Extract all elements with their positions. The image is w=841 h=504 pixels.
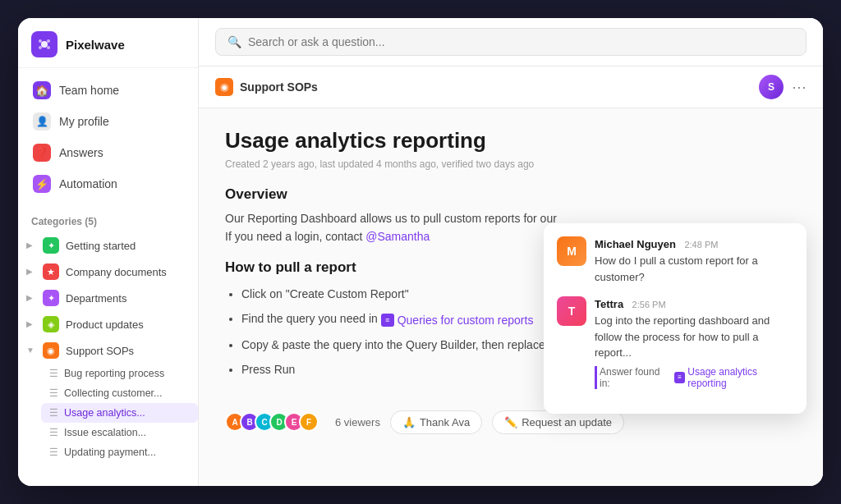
overview-heading: Overview — [225, 186, 797, 203]
tettra-avatar-letter: T — [568, 305, 576, 318]
chevron-icon: ▶ — [26, 293, 36, 303]
sidebar: Pixelwave 🏠 Team home 👤 My profile ❓ Ans… — [18, 18, 199, 486]
subcategory-usage-analytics[interactable]: ☰ Usage analytics... — [41, 403, 198, 423]
app-name: Pixelwave — [66, 38, 125, 52]
thank-button[interactable]: 🙏 Thank Ava — [390, 410, 482, 434]
sidebar-item-team-home[interactable]: 🏠 Team home — [25, 75, 191, 106]
michael-avatar: M — [557, 236, 586, 266]
doc-icon: ☰ — [49, 447, 58, 458]
doc-icon: ☰ — [49, 427, 58, 438]
search-input[interactable] — [248, 35, 794, 48]
sidebar-item-automation[interactable]: ⚡ Automation — [25, 168, 191, 199]
answer-found-label: Answer found in: — [600, 366, 669, 389]
viewer-avatar-6: F — [299, 412, 319, 432]
categories-header: Categories (5) — [18, 206, 198, 232]
svg-point-1 — [39, 39, 42, 43]
more-options-button[interactable]: ⋯ — [792, 78, 807, 96]
chat-content-1: Michael Nguyen 2:48 PM How do I pull a c… — [595, 236, 793, 285]
main-content: 🔍 ◉ Support SOPs S ⋯ Usage analytics rep… — [199, 18, 823, 486]
category-company-docs[interactable]: ▶ ★ Company documents — [18, 259, 198, 285]
search-bar[interactable]: 🔍 — [215, 28, 807, 56]
sidebar-logo: Pixelwave — [18, 18, 198, 68]
nav-label-answers: Answers — [59, 146, 103, 159]
sub-label-bug-reporting: Bug reporting process — [64, 368, 164, 379]
nav-label-automation: Automation — [59, 177, 117, 190]
tettra-time: 2:56 PM — [632, 300, 666, 309]
sub-label-usage-analytics: Usage analytics... — [64, 407, 145, 419]
home-icon: 🏠 — [33, 81, 51, 99]
cat-icon-getting-started: ✦ — [43, 237, 59, 254]
tettra-avatar: T — [557, 296, 586, 326]
svg-point-0 — [41, 41, 48, 48]
chat-message-1: M Michael Nguyen 2:48 PM How do I pull a… — [557, 236, 793, 285]
sub-label-collecting-customer: Collecting customer... — [64, 387, 163, 399]
categories-list: ▶ ✦ Getting started ▶ ★ Company document… — [18, 232, 198, 462]
sidebar-nav: 🏠 Team home 👤 My profile ❓ Answers ⚡ Aut… — [18, 68, 198, 206]
answer-link[interactable]: ≡ Usage analytics reporting — [674, 366, 793, 389]
michael-text: How do I pull a custom report for a cust… — [595, 253, 793, 285]
subcategory-list: ☰ Bug reporting process ☰ Collecting cus… — [18, 364, 198, 462]
category-product-updates[interactable]: ▶ ◈ Product updates — [18, 311, 198, 337]
subcategory-issue-escalation[interactable]: ☰ Issue escalation... — [41, 423, 198, 442]
profile-icon: 👤 — [33, 112, 51, 131]
cat-icon-support-sops: ◉ — [43, 342, 59, 359]
viewer-count: 6 viewers — [335, 416, 380, 428]
michael-avatar-letter: M — [567, 245, 577, 258]
cat-icon-company-docs: ★ — [43, 263, 59, 280]
category-departments[interactable]: ▶ ✦ Departments — [18, 285, 198, 311]
category-support-sops[interactable]: ▼ ◉ Support SOPs — [18, 337, 198, 364]
article-title: Usage analytics reporting — [225, 128, 797, 153]
user-avatar: S — [759, 75, 784, 99]
breadcrumb-bar: ◉ Support SOPs S ⋯ — [199, 66, 823, 108]
nav-label-my-profile: My profile — [59, 115, 109, 128]
svg-point-4 — [47, 46, 50, 49]
automation-icon: ⚡ — [33, 175, 51, 193]
chevron-icon: ▶ — [26, 267, 36, 277]
cat-label-support-sops: Support SOPs — [66, 345, 134, 357]
cat-label-getting-started: Getting started — [66, 240, 136, 252]
answer-found: Answer found in: ≡ Usage analytics repor… — [595, 366, 793, 389]
subcategory-updating-payment[interactable]: ☰ Updating payment... — [41, 442, 198, 462]
cat-label-product-updates: Product updates — [66, 318, 144, 331]
subcategory-bug-reporting[interactable]: ☰ Bug reporting process — [41, 364, 198, 383]
nav-label-team-home: Team home — [59, 84, 119, 97]
logo-icon — [31, 31, 57, 57]
sidebar-item-my-profile[interactable]: 👤 My profile — [25, 106, 191, 137]
overview-text-content: Our Reporting Dashboard allows us to pul… — [225, 212, 557, 225]
step-2-text: Find the query you need in — [241, 312, 381, 325]
overview-text2: If you need a login, contact — [225, 230, 365, 243]
chat-message-2: T Tettra 2:56 PM Log into the reporting … — [557, 296, 793, 389]
answer-link-icon: ≡ — [674, 372, 685, 383]
doc-icon: ☰ — [49, 387, 58, 399]
tettra-text: Log into the reporting dashboard and fol… — [595, 313, 793, 361]
doc-icon: ☰ — [49, 368, 58, 379]
chevron-icon: ▶ — [26, 241, 36, 250]
queries-link[interactable]: ≡ Queries for custom reports — [381, 309, 534, 332]
category-getting-started[interactable]: ▶ ✦ Getting started — [18, 232, 198, 259]
update-label: Request an update — [522, 416, 612, 428]
sub-label-issue-escalation: Issue escalation... — [64, 427, 146, 438]
chevron-down-icon: ▼ — [26, 346, 36, 355]
doc-icon: ☰ — [49, 407, 58, 419]
subcategory-collecting-customer[interactable]: ☰ Collecting customer... — [41, 383, 198, 403]
answers-icon: ❓ — [33, 144, 51, 162]
request-update-button[interactable]: ✏️ Request an update — [492, 410, 624, 434]
svg-point-3 — [39, 46, 42, 49]
sidebar-item-answers[interactable]: ❓ Answers — [25, 137, 191, 168]
article-meta: Created 2 years ago, last updated 4 mont… — [225, 158, 797, 170]
cat-icon-product-updates: ◈ — [43, 316, 59, 332]
michael-name: Michael Nguyen — [595, 238, 676, 250]
cat-label-company-docs: Company documents — [66, 266, 167, 278]
cat-label-departments: Departments — [66, 292, 126, 305]
article-area: Usage analytics reporting Created 2 year… — [199, 108, 823, 486]
app-container: Pixelwave 🏠 Team home 👤 My profile ❓ Ans… — [18, 18, 823, 486]
thank-icon: 🙏 — [402, 416, 416, 428]
mention-samantha[interactable]: @Samantha — [365, 230, 430, 243]
svg-point-2 — [47, 39, 50, 43]
thank-label: Thank Ava — [420, 416, 470, 428]
search-icon: 🔍 — [227, 35, 241, 48]
answer-link-label: Usage analytics reporting — [687, 366, 793, 389]
breadcrumb-icon: ◉ — [215, 78, 233, 96]
breadcrumb-left: ◉ Support SOPs — [215, 78, 318, 96]
sub-label-updating-payment: Updating payment... — [64, 447, 156, 458]
